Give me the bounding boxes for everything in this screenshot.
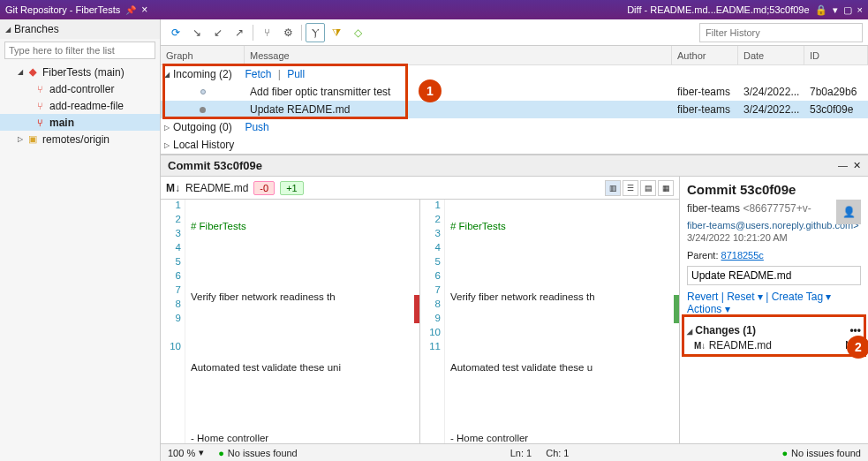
reset-link[interactable]: Reset xyxy=(727,291,754,303)
title-bar: Git Repository - FiberTests 📌 × Diff - R… xyxy=(0,0,868,19)
diff-filename: README.md xyxy=(185,182,248,194)
parent-link[interactable]: 8718255c xyxy=(721,250,764,261)
branch-item[interactable]: ⑂ add-controller xyxy=(0,80,160,97)
fetch-icon[interactable]: ↘ xyxy=(187,23,207,42)
remotes-label: remotes/origin xyxy=(42,133,109,146)
branches-header: ◢ Branches xyxy=(0,19,160,39)
file-icon: M↓ xyxy=(166,182,180,194)
revert-link[interactable]: Revert xyxy=(687,291,718,303)
branch-label: main xyxy=(49,117,74,129)
commit-row[interactable]: Update README.md fiber-teams 3/24/2022..… xyxy=(161,101,868,118)
git-repo-icon: ◆ xyxy=(26,66,39,79)
dropdown-icon[interactable]: ▾ xyxy=(833,4,838,16)
more-icon[interactable]: ••• xyxy=(849,324,861,336)
callout-2: 2 xyxy=(847,336,868,359)
pull-link[interactable]: Pull xyxy=(287,68,305,80)
incoming-group[interactable]: ◢ Incoming (2) Fetch | Pull xyxy=(161,65,868,83)
chevron-right-icon: ▷ xyxy=(164,124,170,132)
changes-header[interactable]: ◢ Changes (1) ••• xyxy=(687,324,861,336)
char-number[interactable]: Ch: 1 xyxy=(546,448,569,458)
inline-view-icon[interactable]: ☰ xyxy=(623,180,638,196)
outgoing-group[interactable]: ▷ Outgoing (0) Push xyxy=(161,118,868,136)
branch-icon: ⑂ xyxy=(34,83,46,95)
branch-label: add-controller xyxy=(49,83,114,95)
commit-row[interactable]: Add fiber optic transmitter test fiber-t… xyxy=(161,83,868,101)
commit-pane-title-text: Commit 53c0f09e xyxy=(168,159,262,172)
branch-filter-input[interactable] xyxy=(4,42,155,59)
toggle2-icon[interactable]: ▦ xyxy=(658,180,674,196)
commit-dot-icon xyxy=(200,107,206,113)
side-by-side-view-icon[interactable]: ▥ xyxy=(605,180,621,196)
commit-details-pane: Commit 53c0f09e 👤 fiber-teams <86677757+… xyxy=(680,177,868,443)
additions-badge: +1 xyxy=(280,181,304,195)
callout-1: 1 xyxy=(419,79,442,102)
code-line xyxy=(185,327,419,341)
issues-status-2[interactable]: No issues found xyxy=(791,448,861,458)
commit-message: Update README.md xyxy=(245,103,672,116)
local-history-group[interactable]: ▷ Local History xyxy=(161,136,868,154)
commit-id: 7b0a29b6 xyxy=(804,86,868,98)
diff-right[interactable]: 1234567891011 # FiberTests Verify fiber … xyxy=(419,200,679,443)
commit-date: 3/24/2022 10:21:20 AM xyxy=(687,232,861,243)
maximize-icon[interactable]: ▢ xyxy=(843,4,852,16)
commit-message-input[interactable] xyxy=(687,266,861,285)
create-tag-link[interactable]: Create Tag xyxy=(772,291,823,303)
tag-icon[interactable]: ◇ xyxy=(348,23,367,42)
changed-file-item[interactable]: M↓ README.md M xyxy=(687,336,861,354)
status-bar: 100 % ▾ ● No issues found Ln: 1 Ch: 1 ● … xyxy=(161,443,868,461)
history-toolbar: ⟳ ↘ ↙ ↗ ⑂ ⚙ Ⲩ ⧩ ◇ xyxy=(161,19,868,46)
commit-id: 53c0f09e xyxy=(804,103,868,116)
close-pane-icon[interactable]: ✕ xyxy=(853,160,861,171)
pull-icon[interactable]: ↙ xyxy=(208,23,228,42)
repo-node[interactable]: ◢ ◆ FiberTests (main) xyxy=(0,64,160,80)
commit-pane-title: Commit 53c0f09e — ✕ xyxy=(161,155,868,177)
col-author[interactable]: Author xyxy=(672,46,738,64)
zoom-level[interactable]: 100 % ▾ xyxy=(168,447,204,458)
code-line: Automated test validate these u xyxy=(445,362,679,376)
branch-item[interactable]: ⑂ add-readme-file xyxy=(0,97,160,114)
col-graph[interactable]: Graph xyxy=(161,46,245,64)
commit-author: fiber-teams xyxy=(687,202,740,215)
code-line: # FiberTests xyxy=(185,221,419,235)
push-link[interactable]: Push xyxy=(245,121,268,133)
close-tool-window-icon[interactable]: × xyxy=(141,4,147,16)
chevron-down-icon: ◢ xyxy=(18,68,23,76)
chevron-down-icon: ◢ xyxy=(164,71,170,79)
issues-status[interactable]: No issues found xyxy=(228,448,298,458)
diff-title: Diff - README.md...EADME.md;53c0f09e xyxy=(627,4,809,15)
diff-left[interactable]: 123456789 10 # FiberTests Verify fiber n… xyxy=(161,200,419,443)
filter-history-input[interactable] xyxy=(699,23,863,42)
diff-pane: M↓ README.md -0 +1 ▥ ☰ ▤ ▦ xyxy=(161,177,680,443)
code-line: Verify fiber network readiness th xyxy=(445,291,679,306)
pin-icon[interactable]: 📌 xyxy=(125,5,136,15)
col-message[interactable]: Message xyxy=(245,46,672,64)
check-icon: ● xyxy=(781,448,788,458)
close-icon[interactable]: × xyxy=(857,4,863,15)
filter-icon[interactable]: ⧩ xyxy=(327,23,346,42)
minimize-pane-icon[interactable]: — xyxy=(838,160,848,171)
branch-icon: ⑂ xyxy=(34,100,46,112)
push-icon[interactable]: ↗ xyxy=(230,23,249,42)
code-line: Automated test validate these uni xyxy=(185,362,419,376)
branch-icon[interactable]: ⑂ xyxy=(257,23,276,42)
changes-count: Changes (1) xyxy=(695,324,756,336)
col-id[interactable]: ID xyxy=(804,46,868,64)
actions-link[interactable]: Actions xyxy=(687,303,721,315)
code-line xyxy=(445,256,679,270)
toggle-icon[interactable]: ▤ xyxy=(640,180,656,196)
check-icon: ● xyxy=(218,448,224,458)
chevron-down-icon[interactable]: ◢ xyxy=(5,26,11,34)
refresh-icon[interactable]: ⟳ xyxy=(166,23,185,42)
incoming-label: Incoming (2) xyxy=(173,68,232,80)
settings-icon[interactable]: ⚙ xyxy=(278,23,298,42)
remotes-node[interactable]: ▷ ▣ remotes/origin xyxy=(0,131,160,147)
folder-icon: ▣ xyxy=(26,133,39,146)
graph-toggle-icon[interactable]: Ⲩ xyxy=(306,23,325,42)
line-number[interactable]: Ln: 1 xyxy=(510,448,532,458)
branch-item-main[interactable]: ⑂ main xyxy=(0,114,160,131)
col-date[interactable]: Date xyxy=(738,46,804,64)
code-line xyxy=(185,397,419,412)
chevron-right-icon: ▷ xyxy=(18,135,23,143)
branches-sidebar: ◢ Branches ◢ ◆ FiberTests (main) ⑂ add-c… xyxy=(0,19,161,461)
fetch-link[interactable]: Fetch xyxy=(245,68,271,80)
